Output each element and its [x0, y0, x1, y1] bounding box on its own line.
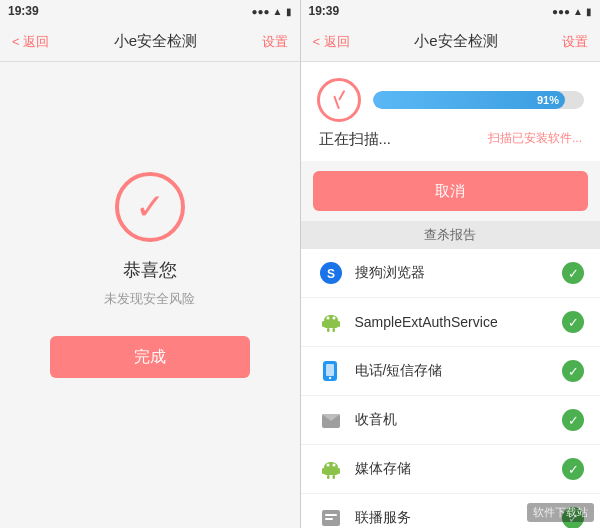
- progress-bar-track: 91%: [373, 91, 585, 109]
- check-icon: ✓: [562, 507, 584, 528]
- app-icon: [317, 504, 345, 528]
- app-icon: [317, 455, 345, 483]
- app-name: 联播服务: [355, 509, 553, 527]
- svg-rect-16: [324, 467, 338, 475]
- clock-icon: [317, 78, 361, 122]
- report-header: 查杀报告: [301, 221, 601, 249]
- app-name: SampleExtAuthService: [355, 314, 553, 330]
- left-nav-bar: < 返回 小e安全检测 设置: [0, 22, 300, 62]
- signal-icon: ●●●: [251, 6, 269, 17]
- battery-icon: ▮: [586, 6, 592, 17]
- left-status-icons: ●●● ▲ ▮: [251, 6, 291, 17]
- battery-icon: ▮: [286, 6, 292, 17]
- list-item: 媒体存储 ✓: [301, 445, 601, 494]
- svg-text:S: S: [326, 267, 334, 281]
- progress-bar-fill: 91%: [373, 91, 565, 109]
- right-nav-title: 小e安全检测: [414, 32, 497, 51]
- right-status-bar: 19:39 ●●● ▲ ▮: [301, 0, 601, 22]
- report-list: S 搜狗浏览器 ✓ SampleExtAuthService ✓ 电话/短信存储…: [301, 249, 601, 528]
- right-settings-button[interactable]: 设置: [562, 33, 588, 51]
- svg-point-18: [332, 464, 335, 467]
- app-icon: [317, 308, 345, 336]
- app-name: 收音机: [355, 411, 553, 429]
- scan-status-left: 正在扫描...: [319, 130, 392, 149]
- list-item: 电话/短信存储 ✓: [301, 347, 601, 396]
- svg-rect-12: [326, 364, 334, 376]
- progress-section: 91% 正在扫描... 扫描已安装软件...: [301, 62, 601, 161]
- check-icon: ✓: [562, 409, 584, 431]
- right-status-icons: ●●● ▲ ▮: [552, 6, 592, 17]
- left-back-button[interactable]: < 返回: [12, 33, 49, 51]
- success-subtitle: 未发现安全风险: [104, 290, 195, 308]
- list-item: S 搜狗浏览器 ✓: [301, 249, 601, 298]
- svg-rect-6: [322, 321, 325, 327]
- svg-rect-7: [337, 321, 340, 327]
- check-icon: ✓: [562, 311, 584, 333]
- app-name: 媒体存储: [355, 460, 553, 478]
- right-time: 19:39: [309, 4, 340, 18]
- left-time: 19:39: [8, 4, 39, 18]
- list-item: SampleExtAuthService ✓: [301, 298, 601, 347]
- scan-status-row: 正在扫描... 扫描已安装软件...: [317, 130, 585, 149]
- svg-rect-19: [322, 468, 325, 474]
- cancel-button[interactable]: 取消: [313, 171, 589, 211]
- left-settings-button[interactable]: 设置: [262, 33, 288, 51]
- svg-rect-9: [332, 328, 335, 332]
- progress-percent-label: 91%: [537, 94, 559, 106]
- scan-status-right: 扫描已安装软件...: [488, 130, 582, 149]
- wifi-icon: ▲: [573, 6, 583, 17]
- svg-rect-8: [327, 328, 330, 332]
- complete-button[interactable]: 完成: [50, 336, 250, 378]
- right-back-button[interactable]: < 返回: [313, 33, 350, 51]
- app-name: 搜狗浏览器: [355, 264, 553, 282]
- svg-point-17: [326, 464, 329, 467]
- svg-rect-25: [325, 518, 333, 520]
- app-icon: [317, 406, 345, 434]
- check-icon: ✓: [562, 262, 584, 284]
- clock-hour-hand: [338, 90, 345, 101]
- left-status-bar: 19:39 ●●● ▲ ▮: [0, 0, 300, 22]
- right-nav-bar: < 返回 小e安全检测 设置: [301, 22, 601, 62]
- progress-row: 91%: [317, 78, 585, 122]
- svg-rect-24: [325, 514, 337, 516]
- success-icon-circle: ✓: [115, 172, 185, 242]
- left-main-content: ✓ 恭喜您 未发现安全风险 完成: [0, 62, 300, 528]
- progress-bar-container: 91%: [373, 91, 585, 109]
- left-phone-screen: 19:39 ●●● ▲ ▮ < 返回 小e安全检测 设置 ✓ 恭喜您 未发现安全…: [0, 0, 301, 528]
- check-icon: ✓: [562, 458, 584, 480]
- svg-rect-21: [327, 475, 330, 479]
- signal-icon: ●●●: [552, 6, 570, 17]
- right-phone-screen: 19:39 ●●● ▲ ▮ < 返回 小e安全检测 设置 91%: [301, 0, 601, 528]
- app-name: 电话/短信存储: [355, 362, 553, 380]
- list-item: 联播服务 ✓: [301, 494, 601, 528]
- svg-rect-22: [332, 475, 335, 479]
- svg-point-5: [332, 317, 335, 320]
- list-item: 收音机 ✓: [301, 396, 601, 445]
- svg-rect-3: [324, 320, 338, 328]
- wifi-icon: ▲: [273, 6, 283, 17]
- svg-point-11: [328, 377, 330, 379]
- app-icon: S: [317, 259, 345, 287]
- check-icon: ✓: [562, 360, 584, 382]
- svg-point-4: [326, 317, 329, 320]
- svg-rect-20: [337, 468, 340, 474]
- checkmark-icon: ✓: [135, 186, 165, 228]
- app-icon: [317, 357, 345, 385]
- success-title: 恭喜您: [123, 258, 177, 282]
- left-nav-title: 小e安全检测: [114, 32, 197, 51]
